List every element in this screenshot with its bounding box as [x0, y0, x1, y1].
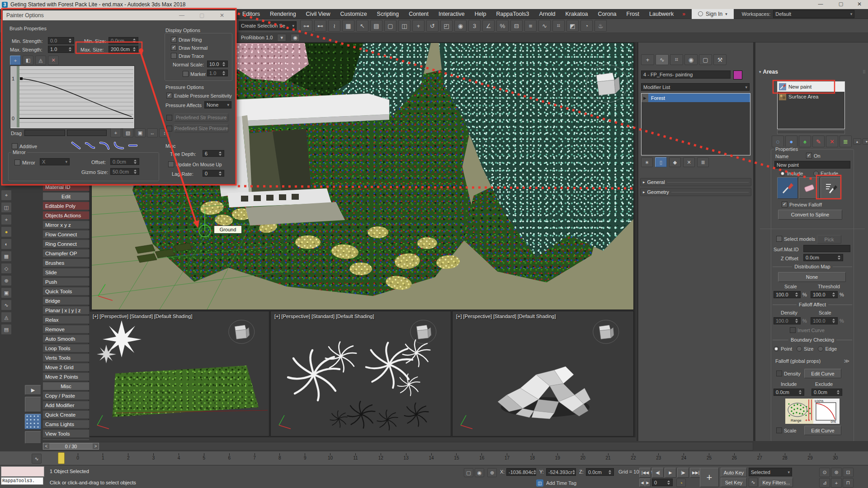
sidebar-item[interactable]: Slide [42, 268, 90, 277]
side-tool-icon[interactable]: ◫ [1, 202, 12, 213]
marker-checkbox[interactable] [183, 71, 189, 77]
area-add-button[interactable]: ✎ [812, 136, 825, 147]
include-radio[interactable] [780, 171, 785, 176]
sidebar-item[interactable]: Move 2 Points [42, 372, 90, 381]
spinner[interactable] [794, 292, 798, 297]
predef-str-checkbox[interactable] [166, 115, 172, 121]
spinner[interactable] [837, 255, 841, 260]
marker-field[interactable]: 1.0 [207, 70, 228, 76]
timeline-playhead[interactable] [58, 452, 65, 464]
area-name-field[interactable]: New paint [774, 161, 850, 169]
convert-to-spline-button[interactable]: Convert to Spline [778, 210, 842, 220]
viewport-nav-icon[interactable]: ⊓ [843, 478, 854, 488]
mini-slot-1[interactable] [25, 397, 41, 412]
spinner[interactable] [608, 470, 612, 474]
selection-lock-toggle[interactable]: ◉ [475, 468, 484, 477]
toolbar-icon[interactable]: 3 [468, 20, 481, 32]
timeline-tick[interactable]: 10 [327, 453, 334, 460]
falloff-curve-editor[interactable]: 1 0 [10, 66, 135, 129]
timeline-tick[interactable]: 30 [832, 453, 839, 460]
area-move-up-button[interactable]: ▲ [853, 138, 861, 145]
sidebar-item[interactable]: Misc [42, 382, 90, 390]
maximize-button[interactable]: ▢ [834, 1, 848, 7]
additive-row[interactable]: Additive [12, 143, 37, 149]
toolbar-icon[interactable]: ⌗ [552, 20, 565, 32]
max-size-field[interactable]: 200.0cm [108, 46, 138, 53]
sidebar-item[interactable]: Objects Actions [42, 211, 90, 220]
areas-list-hscroll[interactable] [777, 130, 845, 134]
toolbar-icon[interactable]: ▢ [384, 20, 396, 32]
toolbar-icon[interactable]: ◔ [580, 20, 593, 32]
side-tool-icon[interactable]: ● [1, 226, 12, 237]
timeline-tick[interactable]: 3 [151, 453, 157, 460]
side-tool-icon[interactable]: ◇ [1, 263, 12, 274]
gizmo-size-field[interactable]: 50.0cm [110, 168, 139, 175]
timeline-tick[interactable]: 18 [529, 453, 535, 460]
command-tab[interactable]: + [641, 54, 654, 65]
area-add-button[interactable]: ● [785, 136, 797, 147]
add-time-tag[interactable]: Add Time Tag [546, 480, 576, 486]
side-tool-icon[interactable]: ◬ [1, 312, 12, 323]
timeline-tick[interactable]: 8 [277, 453, 283, 460]
viewport-label[interactable]: [+] [Perspective] [Standard] [Default Sh… [93, 314, 192, 319]
timeline-tick[interactable]: 16 [479, 453, 485, 460]
marker-row[interactable]: Marker [183, 71, 206, 77]
spinner[interactable] [133, 169, 137, 174]
spinner[interactable] [68, 47, 72, 52]
stack-button[interactable]: ◆ [669, 157, 681, 167]
side-tool-icon[interactable]: ⌖ [1, 190, 12, 201]
workspaces-dropdown[interactable]: Default ▾ [773, 10, 854, 18]
menu-item[interactable]: Laubwerk [644, 11, 679, 17]
toolbar-icon[interactable]: ⊶ [300, 20, 312, 32]
boundary-radio-option[interactable]: Point [774, 346, 792, 352]
spinner[interactable] [794, 319, 798, 323]
sidebar-item[interactable]: Flow Connect [42, 230, 90, 239]
viewport-rocks[interactable]: [+] [Perspective] [Standard] [Default Sh… [452, 311, 634, 436]
curve-view-tool[interactable]: ↔ [147, 128, 158, 137]
draw-ring-checkbox[interactable]: ✓ [171, 37, 177, 42]
viewport-ferns[interactable]: [+] [Perspective] [Standard] [Default Sh… [270, 311, 451, 436]
toolbar-icon[interactable]: ⊟ [510, 20, 523, 32]
surf-mat-id-field[interactable] [803, 245, 850, 252]
timeline-tick[interactable]: 0 [75, 453, 81, 460]
command-tab[interactable]: ⌗ [670, 54, 683, 65]
sidebar-item[interactable]: Add Modifier [42, 401, 90, 409]
menu-item[interactable]: Scripting [372, 11, 404, 17]
curve-view-tool[interactable]: ▧ [123, 128, 133, 137]
menu-item[interactable]: Content [404, 11, 434, 17]
toolbar-icon[interactable]: + [412, 20, 425, 32]
menu-item[interactable]: Interactive [434, 11, 470, 17]
time-slider-track[interactable]: < 0 / 30 > [42, 442, 753, 450]
spinner[interactable] [222, 62, 226, 66]
area-add-button[interactable]: ≣ [840, 136, 852, 147]
spinner[interactable] [533, 470, 536, 474]
spinner[interactable] [132, 38, 136, 43]
mini-expand-button[interactable]: ▶ [25, 385, 41, 395]
draw-trace-row[interactable]: Draw Trace [171, 53, 204, 59]
spinner[interactable] [831, 292, 835, 297]
toolbar-icon[interactable]: ∠ [482, 20, 495, 32]
side-tool-icon[interactable]: ▣ [1, 287, 12, 298]
sidebar-item[interactable]: Auto Smooth [42, 334, 90, 343]
exclude-radio-row[interactable]: Exclude [813, 171, 838, 176]
dm-scale-field[interactable]: 100.0 [774, 291, 801, 298]
timeline-tick[interactable]: 24 [681, 453, 687, 460]
viewport-nav-icon[interactable]: ⊡ [843, 468, 854, 477]
fa-density-field[interactable]: 100.0 [774, 317, 801, 324]
maxscript-mini-listener[interactable] [1, 466, 44, 477]
fa-scale-field[interactable]: 100.0 [811, 317, 838, 324]
menu-item[interactable]: Corona [593, 11, 622, 17]
timeline-tick[interactable]: 27 [756, 453, 763, 460]
side-tool-icon[interactable]: ∿ [1, 300, 12, 310]
time-slider-handle[interactable]: < 0 / 30 > [43, 443, 99, 450]
sidebar-item[interactable]: Brushes [42, 258, 90, 267]
set-keys-big-button[interactable]: + [700, 468, 719, 487]
sidebar-item[interactable]: Copy / Paste [42, 391, 90, 400]
transport-button[interactable]: ◀| [652, 468, 664, 478]
exclude-radio[interactable] [813, 171, 819, 176]
eraser-button[interactable] [799, 177, 820, 199]
timeline-tick[interactable]: 2 [125, 453, 132, 460]
toolbar-icon[interactable]: ◉ [454, 20, 467, 32]
viewport-nav-icon[interactable]: ⊙ [819, 468, 830, 477]
mini-slot-2[interactable] [25, 431, 41, 444]
